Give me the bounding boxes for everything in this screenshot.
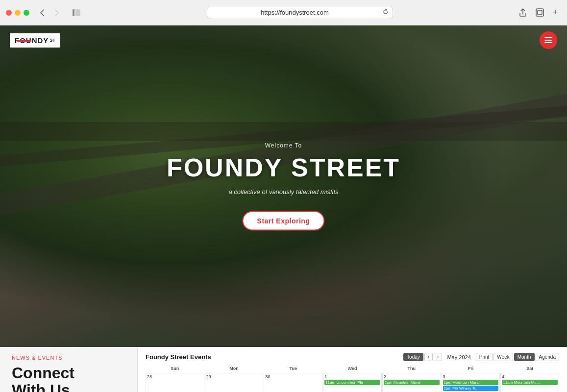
back-button[interactable] <box>35 6 49 20</box>
cal-day-thu: Thu <box>382 365 441 372</box>
cal-week-btn[interactable]: Week <box>493 353 513 361</box>
cal-event[interactable]: 11am Mountain Mu... <box>502 380 558 385</box>
close-button[interactable] <box>6 10 12 16</box>
cal-today-btn[interactable]: Today <box>403 353 423 361</box>
cal-day-wed: Wed <box>323 365 382 372</box>
reload-button[interactable] <box>383 9 389 16</box>
maximize-button[interactable] <box>24 10 29 16</box>
new-tab-button[interactable]: + <box>549 7 561 19</box>
hamburger-line-3 <box>544 42 552 43</box>
address-bar[interactable]: https://foundystreet.com <box>207 6 393 19</box>
cal-day-sun: Sun <box>146 365 204 372</box>
hero-section: FOUNDY ST Welcome To FOUNDY STREET a col… <box>0 25 567 347</box>
cal-event[interactable]: 2pm Mountain Mural <box>384 380 440 385</box>
forward-button[interactable] <box>50 6 64 20</box>
cal-day-sat: Sat <box>500 365 559 372</box>
minimize-button[interactable] <box>15 10 21 16</box>
logo-bar <box>17 40 31 42</box>
calendar-grid: Sun Mon Tue Wed Thu Fri Sat 282930111am … <box>146 365 559 392</box>
cal-event[interactable]: 11am Uncommon Fla <box>324 380 380 385</box>
cal-cell[interactable]: 28 <box>146 373 204 392</box>
cal-next-btn[interactable]: › <box>434 353 442 361</box>
section-heading: Connect With Us <box>12 365 125 392</box>
browser-chrome: https://foundystreet.com + <box>0 0 567 25</box>
hamburger-line-1 <box>544 37 552 38</box>
calendar-title: Foundy Street Events <box>146 353 211 361</box>
share-button[interactable] <box>516 6 530 20</box>
cal-month-btn[interactable]: Month <box>514 353 535 361</box>
cal-cell[interactable]: 31pm Mountain Mural2pm Fib Winery To... <box>442 373 500 392</box>
hero-title: FOUNDY STREET <box>167 153 400 182</box>
cal-days-header: Sun Mon Tue Wed Thu Fri Sat <box>146 365 559 372</box>
nav-buttons <box>35 6 64 20</box>
cal-event[interactable]: 1pm Mountain Mural <box>443 380 499 385</box>
cal-day-mon: Mon <box>205 365 264 372</box>
cal-cell[interactable]: 411am Mountain Mu... <box>500 373 559 392</box>
logo[interactable]: FOUNDY ST <box>10 33 60 48</box>
cal-day-fri: Fri <box>442 365 500 372</box>
cal-view-buttons: Print Week Month Agenda <box>476 353 559 361</box>
cal-event[interactable]: 2pm Fib Winery To... <box>443 386 499 391</box>
logo-st: ST <box>49 38 55 43</box>
cal-cell[interactable]: 29 <box>205 373 264 392</box>
hero-subtitle: a collective of variously talented misfi… <box>167 188 400 196</box>
start-exploring-button[interactable]: Start Exploring <box>243 211 325 231</box>
hero-text-container: Welcome To FOUNDY STREET a collective of… <box>167 142 400 231</box>
cal-print-btn[interactable]: Print <box>476 353 493 361</box>
calendar-header: Foundy Street Events Today ‹ › May 2024 … <box>146 353 559 361</box>
tabs-button[interactable] <box>533 6 546 20</box>
sidebar-button[interactable] <box>70 6 83 20</box>
svg-rect-1 <box>75 9 80 16</box>
cal-day-tue: Tue <box>264 365 322 372</box>
calendar-controls: Today ‹ › May 2024 Print Week Month Agen… <box>403 353 559 361</box>
cal-cell[interactable]: 22pm Mountain Mural <box>382 373 441 392</box>
hamburger-icon <box>544 37 552 43</box>
svg-rect-3 <box>538 10 542 15</box>
cal-body: 282930111am Uncommon Fla22pm Mountain Mu… <box>146 373 559 392</box>
cal-nav-group: Today ‹ › <box>403 353 442 361</box>
menu-button[interactable] <box>540 31 557 49</box>
cal-cell[interactable]: 30 <box>264 373 322 392</box>
cal-month-label: May 2024 <box>447 354 470 360</box>
calendar-section: Foundy Street Events Today ‹ › May 2024 … <box>137 347 567 392</box>
svg-rect-0 <box>73 9 74 16</box>
section-tag: News & Events <box>12 355 125 361</box>
heading-line1: Connect <box>12 364 74 382</box>
cal-prev-btn[interactable]: ‹ <box>424 353 433 361</box>
site-header: FOUNDY ST <box>0 25 567 55</box>
browser-actions: + <box>516 6 561 20</box>
heading-line2: With Us <box>12 381 70 392</box>
url-text: https://foundystreet.com <box>261 9 329 16</box>
traffic-lights <box>6 10 29 16</box>
news-events-section: News & Events Connect With Us <box>0 347 137 392</box>
website-content: FOUNDY ST Welcome To FOUNDY STREET a col… <box>0 25 567 392</box>
below-fold-section: News & Events Connect With Us Foundy Str… <box>0 347 567 392</box>
hamburger-line-2 <box>544 40 552 41</box>
cal-cell[interactable]: 111am Uncommon Fla <box>323 373 382 392</box>
cal-agenda-btn[interactable]: Agenda <box>536 353 559 361</box>
hero-welcome: Welcome To <box>167 142 400 149</box>
address-bar-area: https://foundystreet.com <box>87 6 512 19</box>
